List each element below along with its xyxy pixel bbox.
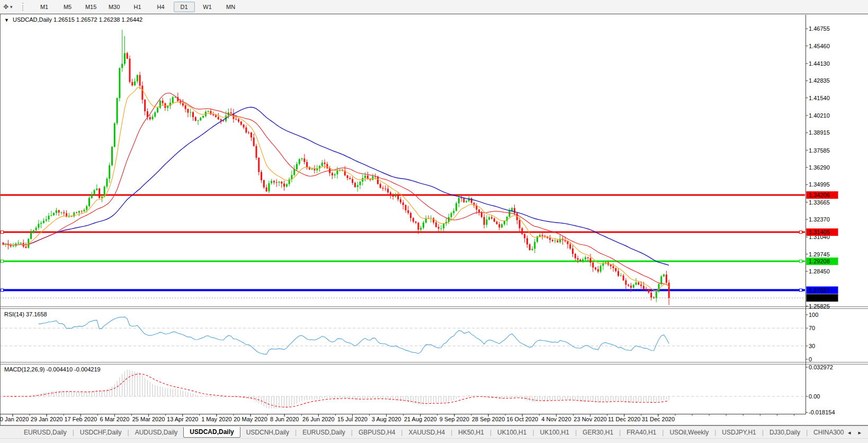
- candle-body: [35, 228, 37, 231]
- candle-body: [248, 132, 249, 133]
- chart-tab-xauusd-h4[interactable]: XAUUSD,H4: [402, 427, 451, 438]
- candle-body: [402, 202, 404, 205]
- dropdown-arrow-icon: ▾: [10, 4, 13, 10]
- candle-body: [636, 282, 637, 285]
- price-level-tag-label: 1.31405: [809, 229, 830, 235]
- timeframe-button-h4[interactable]: H4: [150, 2, 172, 12]
- candle-body: [592, 263, 594, 268]
- candle-body: [154, 112, 156, 117]
- candle-body: [638, 282, 639, 285]
- price-tick-label: 1.44130: [809, 60, 830, 67]
- candle-body: [461, 198, 462, 199]
- candle-body: [301, 158, 303, 159]
- chart-tab-ger30-h1[interactable]: GER30,H1: [577, 427, 619, 438]
- candle-body: [63, 212, 65, 214]
- timeframe-button-m5[interactable]: M5: [57, 2, 78, 12]
- candle-body: [569, 244, 571, 249]
- candle-body: [458, 198, 460, 203]
- candle-body: [666, 274, 667, 282]
- candle-body: [311, 169, 313, 169]
- timeframe-button-w1[interactable]: W1: [197, 2, 218, 12]
- chart-tool-button[interactable]: ✥ ▾: [3, 3, 13, 11]
- chart-tab-usdchf-daily[interactable]: USDCHF,Daily: [74, 427, 128, 438]
- candle-body: [415, 221, 417, 223]
- candle-body: [549, 238, 551, 240]
- candle-body: [119, 68, 120, 98]
- date-tick-label: 1 May 2020: [201, 416, 231, 422]
- chart-window[interactable]: 1.467551.454601.441301.428351.415401.402…: [0, 0, 868, 426]
- tab-scroll-right-icon[interactable]: ▸: [854, 429, 865, 436]
- toolbar-grip-handle[interactable]: [22, 3, 25, 11]
- line-drag-handle[interactable]: [1, 231, 4, 234]
- candle-body: [111, 147, 113, 165]
- price-tick-label: 1.36290: [809, 164, 830, 171]
- chart-tab-usdjpy-h1[interactable]: USDJPY,H1: [716, 427, 762, 438]
- price-tick-label: 1.34995: [809, 181, 830, 188]
- candle-body: [336, 170, 338, 174]
- tab-scroll-left-icon[interactable]: ◂: [844, 429, 855, 436]
- candle-body: [484, 217, 485, 225]
- current-price-tag-label: 1.26442: [809, 295, 830, 301]
- chart-tab-uk100-h1[interactable]: UK100,H1: [491, 427, 532, 438]
- candle-body: [552, 240, 553, 242]
- date-tick-label: 11 Dec 2020: [608, 416, 641, 422]
- chart-tab-hk50-h1[interactable]: HK50,H1: [452, 427, 490, 438]
- candle-body: [509, 211, 511, 217]
- chart-tab-gbpusd-h4[interactable]: GBPUSD,H4: [353, 427, 401, 438]
- line-drag-handle[interactable]: [800, 231, 802, 234]
- timeframe-button-mn[interactable]: MN: [220, 2, 241, 12]
- candle-body: [610, 264, 612, 266]
- candle-body: [364, 175, 366, 178]
- line-drag-handle[interactable]: [800, 289, 802, 291]
- candle-body: [587, 258, 589, 258]
- candle-body: [623, 276, 624, 280]
- chart-tab-fra40-h1[interactable]: FRA40,H1: [621, 427, 662, 438]
- chart-tool-icon: ✥: [3, 3, 8, 11]
- candle-body: [488, 217, 490, 219]
- timeframe-button-m1[interactable]: M1: [34, 2, 55, 12]
- candle-body: [192, 112, 194, 117]
- chart-tab-dj30-daily[interactable]: DJ30,Daily: [764, 427, 806, 438]
- candle-body: [286, 184, 288, 187]
- timeframe-button-h1[interactable]: H1: [127, 2, 148, 12]
- candle-body: [534, 242, 535, 249]
- candle-body: [633, 285, 634, 288]
- candle-body: [440, 228, 442, 229]
- line-drag-handle[interactable]: [800, 260, 802, 263]
- candle-body: [648, 289, 649, 293]
- chart-tab-china300-h1[interactable]: CHINA300,H1: [808, 427, 844, 438]
- chart-tab-eurusd-daily[interactable]: EURUSD,Daily: [297, 427, 351, 438]
- candle-body: [48, 216, 50, 219]
- candle-body: [129, 59, 131, 82]
- chart-collapse-arrow-icon[interactable]: ▼: [4, 17, 9, 23]
- chart-tab-usdcad-daily[interactable]: USDCAD,Daily: [183, 427, 240, 438]
- candle-body: [50, 215, 52, 216]
- candle-body: [471, 198, 472, 202]
- chart-tab-usdcnh-daily[interactable]: USDCNH,Daily: [240, 427, 295, 438]
- candle-body: [162, 101, 164, 103]
- date-tick-label: 26 Jun 2020: [302, 416, 335, 422]
- chart-tab-audusd-daily[interactable]: AUDUSD,Daily: [129, 427, 184, 438]
- line-drag-handle[interactable]: [1, 289, 4, 291]
- chart-tab-uk100-h1[interactable]: UK100,H1: [534, 427, 575, 438]
- candle-body: [417, 223, 419, 229]
- chart-tab-eurusd-daily[interactable]: EURUSD,Daily: [18, 427, 73, 438]
- candle-body: [519, 220, 521, 228]
- candle-body: [306, 162, 308, 167]
- candle-body: [486, 219, 487, 225]
- price-tick-label: 1.41540: [809, 95, 830, 101]
- timeframe-button-m15[interactable]: M15: [80, 2, 102, 12]
- price-tick-label: 1.33665: [809, 199, 830, 206]
- timeframe-button-m30[interactable]: M30: [104, 2, 125, 12]
- candle-body: [271, 181, 272, 183]
- candle-body: [30, 233, 32, 239]
- candle-body: [303, 158, 305, 162]
- chart-tab-usoil-weekly[interactable]: USOil,Weekly: [664, 427, 714, 438]
- candle-body: [20, 243, 22, 243]
- timeframe-button-d1[interactable]: D1: [174, 2, 195, 12]
- candle-body: [382, 188, 384, 189]
- line-drag-handle[interactable]: [1, 260, 4, 263]
- price-level-tag-label: 1.27027: [809, 287, 830, 294]
- candle-body: [58, 210, 60, 212]
- date-tick-label: 8 Jun 2020: [270, 416, 299, 422]
